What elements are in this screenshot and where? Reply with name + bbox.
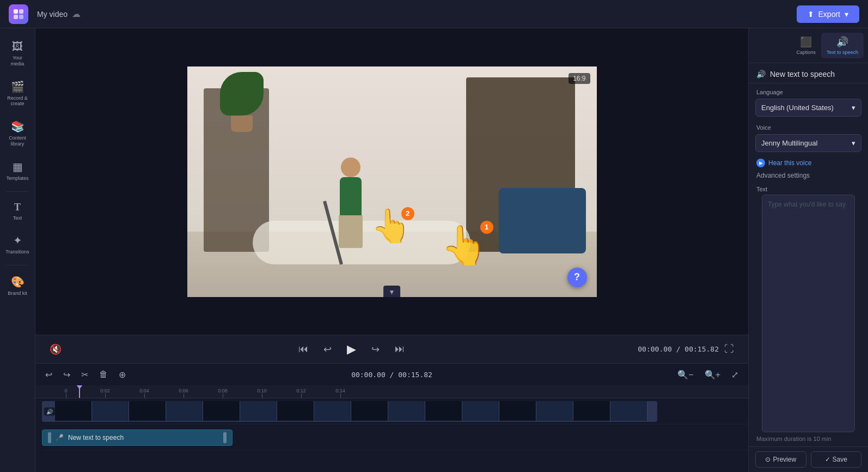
fullscreen-button[interactable]: ⛶ xyxy=(721,340,737,358)
help-icon: ? xyxy=(574,271,580,283)
export-button[interactable]: ⬆ Export ▾ xyxy=(797,5,859,23)
tts-panel: 🔊 New text to speech Language English (U… xyxy=(749,63,868,472)
video-track[interactable]: 🔊 xyxy=(42,401,657,422)
language-select[interactable]: English (United States) ▾ xyxy=(755,99,861,117)
delete-button[interactable]: 🗑 xyxy=(96,367,111,382)
video-thumb-6 xyxy=(240,401,277,421)
sidebar-item-templates[interactable]: ▦ Templates xyxy=(2,155,33,187)
video-thumb-13 xyxy=(499,401,536,421)
advanced-settings-button[interactable]: Advanced settings xyxy=(749,170,868,181)
ruler-mark-5: 0:10 xyxy=(242,388,282,398)
timeline-toolbar: ↩ ↪ ✂ 🗑 ⊕ 00:00.00 / 00:15.82 🔍− 🔍+ ⤢ xyxy=(35,364,748,385)
center-area: 16:9 ? 👆 1 👆 2 xyxy=(35,28,748,472)
fit-button[interactable]: ⤢ xyxy=(728,367,742,382)
forward-button[interactable]: ↪ xyxy=(368,340,383,359)
tts-panel-header-icon: 🔊 xyxy=(756,70,766,78)
tts-track-left-handle[interactable] xyxy=(48,432,51,443)
panel-actions: ⊙ Preview ✓ Save xyxy=(749,446,868,472)
templates-icon: ▦ xyxy=(13,160,23,173)
voice-chevron-icon: ▾ xyxy=(852,139,855,147)
project-name: My video ☁ xyxy=(37,9,81,19)
video-thumb-5 xyxy=(203,401,240,421)
ctrl-right: 00:00.00 / 00:15.82 ⛶ xyxy=(638,340,737,358)
sidebar-item-content-library[interactable]: 📚 Contentlibrary xyxy=(2,114,33,153)
rewind-button[interactable]: ↩ xyxy=(320,340,335,359)
library-icon: 📚 xyxy=(11,120,25,133)
undo-button[interactable]: ↩ xyxy=(42,367,56,382)
timeline-tracks: 🔊 xyxy=(35,398,748,472)
video-preview: 16:9 ? 👆 1 👆 2 xyxy=(35,28,748,335)
video-thumb-7 xyxy=(277,401,314,421)
video-thumb-16 xyxy=(610,401,647,421)
collapse-icon: ▼ xyxy=(389,288,395,296)
ruler-mark-2: 0:04 xyxy=(125,388,164,398)
preview-icon: ⊙ xyxy=(765,456,771,463)
tts-text-section: Text xyxy=(749,181,868,432)
mute-button[interactable]: 🔇 xyxy=(46,340,65,359)
ruler-marks: 0 0:02 0:04 0:06 xyxy=(42,385,360,398)
skip-back-button[interactable]: ⏮ xyxy=(295,340,311,358)
add-media-button[interactable]: ⊕ xyxy=(115,367,129,382)
hear-this-voice-button[interactable]: ▶ Hear this voice xyxy=(749,156,868,170)
save-icon: ✓ xyxy=(825,456,830,463)
sidebar-divider-2 xyxy=(7,265,28,265)
tts-text-input[interactable] xyxy=(762,195,855,432)
svg-rect-1 xyxy=(19,9,23,14)
sidebar-item-your-media[interactable]: 🖼 Your media xyxy=(2,35,33,72)
playback-controls: 🔇 ⏮ ↩ ▶ ↪ ⏭ 00:00.00 / 00:15.82 ⛶ xyxy=(35,335,748,363)
timeline-ruler: 0 0:02 0:04 0:06 xyxy=(35,385,748,398)
tts-track-right-handle[interactable] xyxy=(223,432,227,443)
plant-pot xyxy=(231,116,253,132)
help-button[interactable]: ? xyxy=(567,268,587,287)
zoom-in-button[interactable]: 🔍+ xyxy=(701,367,724,382)
text-area-wrap xyxy=(749,195,868,432)
voice-select[interactable]: Jenny Multilingual ▾ xyxy=(755,134,861,152)
brand-kit-icon: 🎨 xyxy=(11,275,25,288)
preview-button[interactable]: ⊙ Preview xyxy=(755,451,806,468)
sofa xyxy=(499,188,586,253)
ruler-mark-1: 0:02 xyxy=(85,388,125,398)
video-thumbnails xyxy=(55,401,647,422)
person xyxy=(329,139,372,248)
language-chevron-icon: ▾ xyxy=(852,104,855,112)
ctrl-left: 🔇 xyxy=(46,340,65,359)
zoom-out-button[interactable]: 🔍− xyxy=(674,367,696,382)
track-volume-icon: 🔊 xyxy=(44,407,55,415)
redo-button[interactable]: ↪ xyxy=(60,367,74,382)
ruler-mark-6: 0:12 xyxy=(282,388,321,398)
play-button[interactable]: ▶ xyxy=(344,339,359,360)
sidebar-item-transitions[interactable]: ✦ Transitions xyxy=(2,228,33,261)
media-icon: 🖼 xyxy=(12,40,23,53)
video-track-row: 🔊 xyxy=(42,398,748,425)
timeline-time-display: 00:00.00 / 00:15.82 xyxy=(351,371,432,379)
tts-track[interactable]: 🎤 New text to speech xyxy=(42,429,233,446)
video-thumb-2 xyxy=(92,401,129,421)
sidebar-item-text[interactable]: T Text xyxy=(2,196,33,227)
video-thumb-15 xyxy=(573,401,610,421)
video-frame: 16:9 ? 👆 1 👆 2 xyxy=(187,66,597,297)
sidebar-item-record-create[interactable]: 🎬 Record &create xyxy=(2,75,33,113)
video-thumb-10 xyxy=(388,401,425,421)
video-thumb-9 xyxy=(351,401,388,421)
sidebar-item-brand-kit[interactable]: 🎨 Brand kit xyxy=(2,270,33,302)
cut-button[interactable]: ✂ xyxy=(78,367,91,382)
max-duration-note: Maximum duration is 10 min xyxy=(749,432,868,446)
svg-rect-3 xyxy=(19,15,23,19)
tts-track-row: 🎤 New text to speech xyxy=(42,425,748,451)
sidebar-divider xyxy=(7,191,28,192)
main-layout: 🖼 Your media 🎬 Record &create 📚 Contentl… xyxy=(0,28,868,472)
skip-forward-button[interactable]: ⏭ xyxy=(392,340,408,358)
time-display: 00:00.00 / 00:15.82 xyxy=(638,345,719,353)
ruler-mark-7: 0:14 xyxy=(321,388,360,398)
video-thumb-4 xyxy=(166,401,203,421)
tts-tab-button[interactable]: 🔊 Text to speech xyxy=(821,33,864,58)
topbar: My video ☁ ⬆ Export ▾ xyxy=(0,0,868,28)
preview-collapse-btn[interactable]: ▼ xyxy=(383,286,401,297)
save-button[interactable]: ✓ Save xyxy=(811,451,862,468)
app-logo xyxy=(9,4,28,24)
right-panel-top-tabs: ⬛ Captions 🔊 Text to speech xyxy=(749,28,868,63)
export-icon: ⬆ xyxy=(808,10,814,19)
tts-tab-icon: 🔊 xyxy=(836,36,848,48)
playhead-head xyxy=(76,385,83,389)
captions-button[interactable]: ⬛ Captions xyxy=(791,33,821,58)
